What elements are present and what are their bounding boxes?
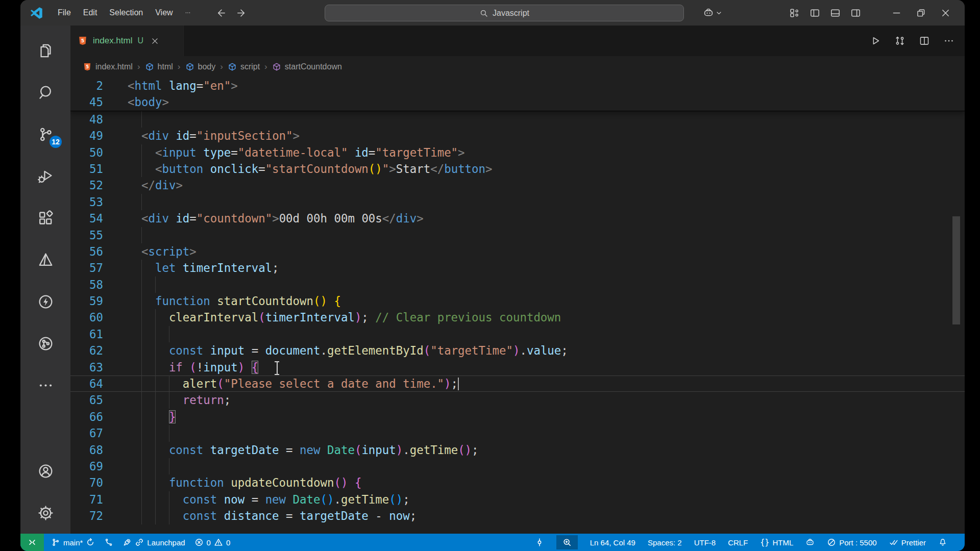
code-token[interactable] xyxy=(217,493,224,506)
sticky-scroll[interactable]: 2<html lang="en">45<body> xyxy=(70,78,965,111)
breadcrumb-startcountdown[interactable]: startCountdown xyxy=(272,62,342,71)
minimize-button[interactable] xyxy=(884,4,909,22)
line-number[interactable]: 45 xyxy=(70,94,128,110)
ports-status[interactable] xyxy=(535,538,544,547)
code-line-content[interactable]: const targetDate = new Date(input).getTi… xyxy=(128,442,965,458)
code-token[interactable] xyxy=(321,443,327,457)
code-line-content[interactable]: let timerInterval; xyxy=(128,260,965,276)
code-token[interactable]: updateCountdown xyxy=(231,476,334,489)
code-line[interactable]: 48 xyxy=(70,111,965,128)
settings-button[interactable] xyxy=(20,492,70,534)
code-token[interactable]: () xyxy=(334,476,348,489)
code-token[interactable]: button xyxy=(444,162,485,176)
code-line-content[interactable] xyxy=(128,326,965,342)
code-token[interactable]: return xyxy=(183,393,224,407)
code-token[interactable]: ; xyxy=(361,311,375,324)
code-token[interactable]: div xyxy=(396,212,416,225)
code-token[interactable]: { xyxy=(252,361,258,374)
breadcrumb-script[interactable]: script xyxy=(228,62,260,71)
code-token[interactable] xyxy=(210,294,217,308)
code-token[interactable]: = xyxy=(369,146,375,159)
line-number[interactable]: 51 xyxy=(70,161,128,177)
code-line-content[interactable]: return; xyxy=(128,392,965,408)
code-token[interactable]: div xyxy=(148,212,168,225)
close-window-button[interactable] xyxy=(933,4,958,22)
code-token[interactable]: targetDate xyxy=(300,509,369,522)
line-number[interactable]: 66 xyxy=(70,409,128,425)
indentation-status[interactable]: Spaces: 2 xyxy=(648,538,682,547)
toggle-panel-button[interactable] xyxy=(825,4,845,22)
code-line[interactable]: 71 const now = new Date().getTime(); xyxy=(70,491,965,508)
code-token[interactable]: onclick xyxy=(210,162,258,176)
sidebar-item-extensions[interactable] xyxy=(20,197,70,239)
line-number[interactable]: 52 xyxy=(70,177,128,193)
code-token[interactable]: "Please select a date and time." xyxy=(224,377,444,390)
code-token[interactable] xyxy=(128,443,169,457)
code-line-content[interactable]: </div> xyxy=(128,177,965,193)
code-token[interactable]: value xyxy=(527,344,561,357)
line-number[interactable]: 54 xyxy=(70,210,128,227)
code-token[interactable]: ; xyxy=(472,443,478,457)
code-token[interactable] xyxy=(128,476,169,489)
code-token[interactable] xyxy=(197,146,203,159)
code-token[interactable]: getElementById xyxy=(327,344,424,357)
code-token[interactable]: = xyxy=(244,493,265,506)
menu-more-icon[interactable] xyxy=(179,8,197,18)
code-token[interactable]: > xyxy=(162,95,168,109)
copilot-status[interactable] xyxy=(805,538,815,547)
line-number[interactable]: 60 xyxy=(70,309,128,325)
code-token[interactable] xyxy=(286,493,292,506)
sidebar-item-more[interactable] xyxy=(20,364,70,406)
code-token[interactable]: . xyxy=(520,344,526,357)
code-token[interactable]: function xyxy=(169,476,224,489)
code-token[interactable] xyxy=(224,476,231,489)
code-token[interactable]: const xyxy=(169,344,203,357)
code-line-content[interactable] xyxy=(128,227,965,243)
more-actions-icon[interactable] xyxy=(943,35,954,46)
code-line[interactable]: 50 <input type="datetime-local" id="targ… xyxy=(70,144,965,161)
code-line[interactable]: 54 <div id="countdown">00d 00h 00m 00s</… xyxy=(70,210,965,227)
code-token[interactable]: { xyxy=(355,476,361,489)
code-token[interactable]: ( xyxy=(189,361,196,374)
code-token[interactable] xyxy=(203,443,210,457)
line-number[interactable]: 63 xyxy=(70,359,128,375)
code-token[interactable]: ) xyxy=(513,344,520,357)
line-number[interactable]: 48 xyxy=(70,111,128,128)
code-line[interactable]: 69 xyxy=(70,458,965,474)
code-token[interactable]: script xyxy=(148,245,189,258)
code-line-content[interactable]: } xyxy=(128,409,965,425)
line-number[interactable]: 57 xyxy=(70,260,128,276)
code-token[interactable]: startCountdown xyxy=(217,294,313,308)
code-token[interactable]: distance xyxy=(224,509,279,522)
code-token[interactable]: </ xyxy=(141,179,155,192)
code-token[interactable]: </ xyxy=(382,212,396,225)
code-token[interactable] xyxy=(128,311,169,324)
menu-view[interactable]: View xyxy=(149,6,179,19)
code-token[interactable]: . xyxy=(334,493,340,506)
code-line[interactable]: 53 xyxy=(70,194,965,210)
code-token[interactable]: div xyxy=(155,179,176,192)
code-line-content[interactable]: if (!input) { xyxy=(128,359,965,375)
code-token[interactable]: ; xyxy=(410,509,416,522)
code-token[interactable]: timerInterval xyxy=(183,261,272,274)
command-center-search[interactable]: Javascript xyxy=(325,5,684,21)
code-token[interactable] xyxy=(128,344,169,357)
code-token[interactable]: < xyxy=(141,212,148,225)
code-line-content[interactable]: <body> xyxy=(128,94,965,110)
code-token[interactable]: . xyxy=(320,344,327,357)
code-token[interactable]: ( xyxy=(424,344,430,357)
vertical-scrollbar[interactable] xyxy=(952,216,960,324)
code-token[interactable]: Start xyxy=(396,162,430,176)
code-token[interactable]: type xyxy=(203,146,231,159)
line-number[interactable]: 72 xyxy=(70,508,128,524)
code-token[interactable]: - xyxy=(369,509,389,522)
code-token[interactable] xyxy=(128,410,169,423)
code-token[interactable]: Date xyxy=(327,443,355,457)
code-token[interactable]: ; xyxy=(272,261,279,274)
code-token[interactable]: now xyxy=(389,509,409,522)
code-token[interactable]: // Clear previous countdown xyxy=(375,311,561,324)
code-token[interactable]: > xyxy=(176,179,182,192)
encoding-status[interactable]: UTF-8 xyxy=(694,538,716,547)
code-token[interactable]: . xyxy=(403,443,409,457)
code-token[interactable]: ; xyxy=(451,377,458,390)
